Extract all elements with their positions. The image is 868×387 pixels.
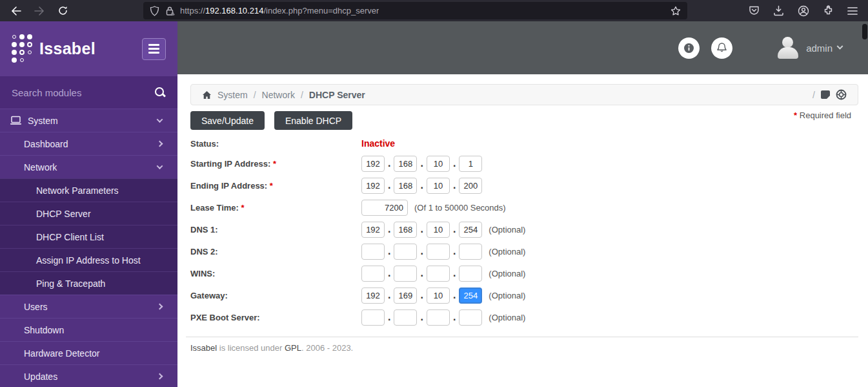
breadcrumb-item-network[interactable]: Network	[262, 90, 295, 100]
required-field-note: * Required field	[794, 110, 851, 120]
ending-ip-address-octet-3[interactable]	[427, 178, 450, 194]
help-buoy-icon[interactable]	[836, 89, 847, 100]
wins-ip-group: ...	[361, 266, 482, 282]
bell-icon	[716, 42, 727, 54]
refresh-icon[interactable]	[57, 5, 68, 17]
sidebar-item-label: Dashboard	[24, 139, 68, 149]
sidebar-item-dhcp-client-list[interactable]: DHCP Client List	[0, 225, 177, 248]
gateway-octet-2[interactable]	[394, 288, 417, 304]
ip-dot: .	[388, 224, 390, 235]
search-icon[interactable]	[154, 87, 166, 98]
breadcrumb: System/Network/DHCP Server /	[190, 84, 858, 105]
dns-2-octet-1[interactable]	[361, 244, 385, 260]
chevron-right-icon	[157, 141, 163, 147]
ip-dot: .	[388, 180, 390, 191]
breadcrumb-separator: /	[254, 90, 256, 100]
url-text[interactable]: https://192.168.10.214/index.php?menu=dh…	[180, 6, 379, 16]
dns-1-octet-4[interactable]	[459, 222, 482, 238]
sidebar-item-dashboard[interactable]: Dashboard	[0, 132, 177, 155]
ip-dot: .	[388, 289, 390, 301]
dns-1-octet-2[interactable]	[394, 222, 417, 238]
bookmark-star-icon[interactable]	[671, 6, 681, 16]
scrollbar-thumb[interactable]	[862, 24, 867, 39]
dns-2-octet-3[interactable]	[427, 244, 450, 260]
pxe-boot-server-octet-1[interactable]	[361, 309, 385, 326]
download-icon[interactable]	[773, 5, 784, 16]
sidebar-item-label: DHCP Client List	[36, 232, 104, 242]
starting-ip-address-octet-1[interactable]	[361, 156, 385, 172]
dns-2-octet-2[interactable]	[394, 244, 417, 260]
sidebar-toggle-button[interactable]	[142, 38, 166, 60]
pocket-icon[interactable]	[749, 5, 760, 16]
ip-dot: .	[420, 224, 423, 235]
form-row-ending-ip-address: Ending IP Address: *...	[190, 174, 858, 196]
ending-ip-address-octet-4[interactable]	[459, 178, 482, 194]
dns-1-octet-1[interactable]	[361, 222, 385, 238]
address-bar[interactable]: https://192.168.10.214/index.php?menu=dh…	[143, 2, 687, 19]
starting-ip-address-octet-3[interactable]	[427, 156, 450, 172]
sidebar-item-dhcp-server[interactable]: DHCP Server	[0, 202, 177, 225]
ip-dot: .	[420, 180, 423, 191]
starting-ip-address-octet-2[interactable]	[394, 156, 417, 172]
wins-octet-3[interactable]	[427, 266, 450, 282]
sidebar-item-system[interactable]: System	[0, 109, 177, 132]
ip-dot: .	[420, 246, 423, 257]
dns-2-octet-4[interactable]	[459, 244, 482, 260]
shield-icon[interactable]	[150, 6, 159, 16]
ending-ip-address-octet-1[interactable]	[361, 178, 385, 194]
lease-time-note: (Of 1 to 50000 Seconds)	[414, 203, 506, 213]
enable-dhcp-button[interactable]: Enable DHCP	[274, 111, 352, 130]
menu-icon[interactable]	[847, 6, 858, 16]
sidebar-item-network[interactable]: Network	[0, 155, 177, 178]
ip-dot: .	[388, 158, 390, 169]
gateway-octet-3[interactable]	[427, 288, 450, 304]
dns-1-octet-3[interactable]	[427, 222, 450, 238]
sidebar-item-network-parameters[interactable]: Network Parameters	[0, 178, 177, 202]
breadcrumb-item-system[interactable]: System	[217, 90, 248, 100]
lease-time-input[interactable]	[361, 200, 408, 216]
pxe-boot-server-octet-3[interactable]	[427, 309, 450, 326]
wins-octet-4[interactable]	[459, 266, 482, 282]
forward-icon[interactable]	[34, 5, 45, 17]
gateway-ip-group: ...	[361, 288, 482, 304]
avatar[interactable]	[776, 36, 800, 59]
extensions-icon[interactable]	[823, 5, 834, 16]
chevron-down-icon	[157, 116, 163, 123]
sidebar-item-updates[interactable]: Updates	[0, 364, 177, 387]
home-icon[interactable]	[202, 90, 212, 99]
sidebar-item-users[interactable]: Users	[0, 295, 177, 318]
user-menu[interactable]: admin	[806, 43, 833, 54]
starting-ip-address-octet-4[interactable]	[459, 156, 482, 172]
ip-dot: .	[453, 289, 456, 301]
sidebar-search	[0, 76, 177, 109]
ip-dot: .	[420, 267, 423, 279]
ip-dot: .	[453, 311, 456, 323]
field-label-dns-1: DNS 1:	[190, 225, 361, 235]
wins-octet-1[interactable]	[361, 266, 385, 282]
sidebar-item-hardware-detector[interactable]: Hardware Detector	[0, 341, 177, 364]
pxe-boot-server-ip-group: ...	[361, 309, 482, 326]
chevron-right-icon	[157, 304, 163, 310]
gateway-octet-4[interactable]	[459, 288, 482, 304]
form-row-pxe-boot-server: PXE Boot Server:...(Optional)	[190, 306, 858, 328]
lock-warning-icon[interactable]	[165, 6, 175, 16]
wins-octet-2[interactable]	[394, 266, 417, 282]
account-icon[interactable]	[798, 5, 809, 17]
note-icon[interactable]	[821, 90, 830, 99]
search-input[interactable]	[12, 87, 154, 98]
pxe-boot-server-octet-2[interactable]	[394, 309, 417, 326]
sidebar-item-assign-ip-address-to-host[interactable]: Assign IP Address to Host	[0, 248, 177, 271]
gateway-octet-1[interactable]	[361, 288, 385, 304]
sidebar-item-ping-tracepath[interactable]: Ping & Tracepath	[0, 271, 177, 295]
pxe-boot-server-note: (Optional)	[489, 313, 525, 322]
notifications-button[interactable]	[711, 37, 732, 59]
ending-ip-address-octet-2[interactable]	[394, 178, 417, 194]
sidebar-item-label: Ping & Tracepath	[36, 278, 105, 289]
pxe-boot-server-octet-4[interactable]	[459, 309, 482, 326]
sidebar-item-shutdown[interactable]: Shutdown	[0, 318, 177, 341]
chevron-down-icon[interactable]	[837, 43, 843, 49]
back-icon[interactable]	[10, 5, 22, 17]
info-button[interactable]	[678, 37, 700, 59]
dns-1-ip-group: ...	[361, 222, 482, 238]
save-update-button[interactable]: Save/Update	[190, 111, 265, 130]
